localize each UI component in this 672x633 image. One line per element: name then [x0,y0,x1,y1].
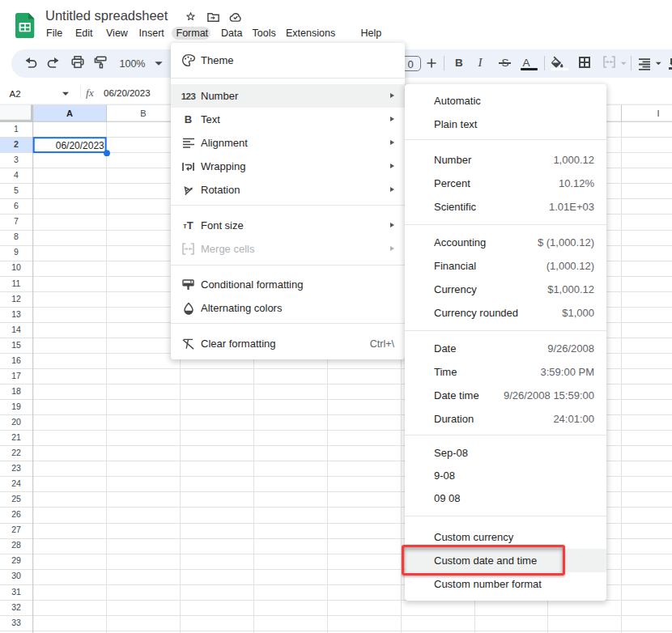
svg-text:29: 29 [11,555,21,565]
svg-text:6: 6 [14,201,19,210]
svg-text:22: 22 [11,448,21,457]
svg-text:17: 17 [11,371,21,380]
svg-text:26: 26 [11,509,21,519]
svg-text:32: 32 [11,602,21,612]
svg-text:28: 28 [11,540,21,550]
svg-text:2: 2 [14,139,19,149]
svg-text:18: 18 [11,386,21,396]
svg-text:I: I [657,108,659,118]
svg-text:30: 30 [11,571,21,580]
svg-text:5: 5 [14,185,19,195]
svg-text:33: 33 [11,618,21,627]
svg-text:3: 3 [14,155,19,164]
svg-text:20: 20 [11,417,21,427]
svg-text:13: 13 [11,309,21,319]
svg-text:19: 19 [11,401,21,411]
svg-text:31: 31 [11,587,21,597]
svg-text:A: A [66,108,73,118]
svg-text:10: 10 [11,262,21,272]
svg-text:14: 14 [11,325,21,334]
svg-text:B: B [140,108,146,118]
svg-text:21: 21 [11,432,21,442]
svg-text:23: 23 [11,463,21,473]
svg-text:11: 11 [12,278,21,288]
svg-text:9: 9 [14,247,19,257]
svg-text:15: 15 [11,340,21,350]
svg-text:06/20/2023: 06/20/2023 [56,140,104,151]
svg-text:16: 16 [11,355,21,365]
svg-text:8: 8 [14,232,19,241]
svg-text:7: 7 [14,216,19,226]
svg-text:4: 4 [14,170,19,180]
svg-text:24: 24 [11,478,21,488]
svg-text:1: 1 [14,124,19,134]
svg-text:12: 12 [11,294,21,304]
svg-text:27: 27 [11,525,21,534]
svg-text:25: 25 [11,494,21,503]
